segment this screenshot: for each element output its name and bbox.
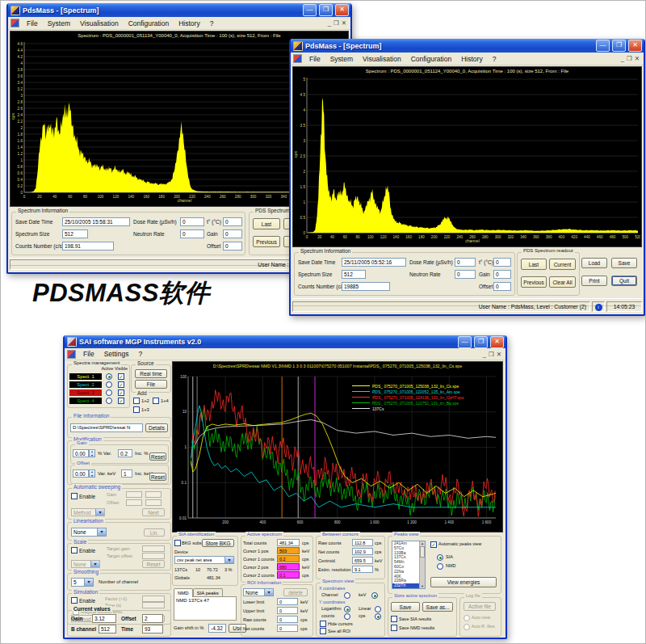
maximize-button[interactable]: ❐ (474, 336, 488, 348)
counts-radio[interactable] (344, 613, 350, 620)
menu-help[interactable]: ? (205, 19, 219, 27)
minimize-button[interactable]: — (596, 40, 610, 52)
gain-inc-field[interactable]: 0.2 (118, 449, 132, 457)
close-button[interactable]: ✕ (335, 4, 349, 16)
menu-history[interactable]: History (174, 19, 204, 27)
offset-field[interactable]: 0 (493, 282, 511, 291)
mdi-restore-icon[interactable]: ❐ (333, 19, 339, 27)
spectrum-1-visible-checkbox[interactable]: ✓ (118, 373, 124, 380)
mdi-restore-icon[interactable]: ❐ (627, 55, 632, 62)
device-mode-dropdown[interactable]: csv peak net area (174, 556, 234, 564)
minimize-button[interactable]: — (458, 336, 472, 348)
spectrum-2-active-radio[interactable] (106, 381, 112, 388)
gain-shift-field[interactable]: -4.32 (208, 624, 226, 633)
menu-file[interactable]: File (22, 19, 43, 27)
hide-cursors-checkbox[interactable] (320, 621, 326, 627)
spectrum-1-active-radio[interactable] (106, 373, 112, 380)
menu-visualisation[interactable]: Visualisation (358, 55, 406, 63)
gain-reset-button[interactable]: Reset (149, 452, 166, 461)
title-bar[interactable]: PdsMass - [Spectrum] — ❐ ✕ (291, 39, 644, 53)
save-date-field[interactable]: 25/11/2005 05:52:16 (342, 258, 406, 267)
see-all-roi-checkbox[interactable] (320, 628, 326, 634)
maximize-button[interactable]: ❐ (612, 40, 626, 52)
menu-system[interactable]: System (43, 19, 75, 27)
roi-upper-field[interactable]: 0 (277, 607, 298, 614)
minimize-button[interactable]: — (303, 4, 317, 16)
sweeping-enable-checkbox[interactable] (71, 493, 78, 499)
details-button[interactable]: Details (145, 423, 168, 432)
spectrum-size-field[interactable]: 512 (342, 270, 366, 279)
logarithm-radio[interactable] (344, 606, 350, 612)
simulation-enable-checkbox[interactable] (71, 597, 78, 604)
save-date-field[interactable]: 25/10/2005 15:58:31 (62, 217, 130, 226)
gain-field[interactable]: 0 (493, 270, 511, 279)
mdi-close-icon[interactable]: ✕ (342, 19, 346, 27)
gain-spinner[interactable]: 0.00 (73, 449, 89, 457)
last-button[interactable]: Last (521, 259, 547, 270)
offset-field[interactable]: 0 (223, 242, 242, 250)
current-button[interactable]: Current (549, 259, 576, 270)
menu-help[interactable]: ? (133, 350, 147, 358)
menu-configuration[interactable]: Configuration (124, 19, 174, 27)
add-1-3-checkbox[interactable] (133, 406, 140, 413)
spectrum-plot[interactable]: 00.511.522.533.544.550204060801001201401… (294, 76, 640, 246)
clear-all-button[interactable]: Clear All (549, 276, 576, 288)
add-1-2-checkbox[interactable] (133, 398, 140, 404)
last-button[interactable]: Last (253, 218, 280, 229)
view-energies-button[interactable]: View energies (430, 577, 497, 587)
previous-button[interactable]: Previous (521, 276, 547, 288)
channel-radio[interactable] (344, 592, 350, 599)
mdi-minimize-icon[interactable]: _ (483, 351, 486, 358)
temp-field[interactable]: 0 (493, 258, 511, 267)
quit-button[interactable]: Quit (611, 276, 637, 286)
roi-dropdown[interactable]: None (243, 588, 274, 596)
offset-spinner[interactable]: 0.00 (73, 469, 89, 478)
menu-file[interactable]: File (78, 350, 99, 358)
roi-lower-field[interactable]: 0 (277, 598, 298, 605)
kev-radio[interactable] (371, 592, 378, 599)
save-button[interactable]: Save (611, 258, 637, 268)
mdi-restore-icon[interactable]: ❐ (489, 351, 494, 358)
mdi-close-icon[interactable]: ✕ (497, 351, 501, 358)
menu-history[interactable]: History (456, 55, 487, 63)
tem​p-field[interactable]: 0 (223, 217, 242, 226)
title-bar[interactable]: PdsMass - [Spectrum] — ❐ ✕ (8, 3, 350, 17)
sia-radio[interactable] (437, 554, 443, 561)
linearisation-dropdown[interactable]: None (71, 528, 107, 537)
real-time-button[interactable]: Real time (135, 369, 167, 378)
menu-configuration[interactable]: Configuration (406, 55, 457, 63)
menu-system[interactable]: System (325, 55, 358, 63)
nmd-radio[interactable] (437, 563, 443, 570)
counts-field[interactable]: 19885 (342, 282, 390, 291)
peaks-listbox[interactable]: 241Am 57Co 133Ba 137Cs 54Mn 60Co 22Na 40… (392, 541, 426, 589)
menu-visualisation[interactable]: Visualisation (75, 19, 124, 27)
spectrum-3-active-radio[interactable] (106, 389, 112, 396)
maximize-button[interactable]: ❐ (319, 4, 333, 16)
menu-file[interactable]: File (304, 55, 325, 63)
menu-help[interactable]: ? (488, 55, 501, 63)
spectrum-2-visible-checkbox[interactable]: ✓ (118, 381, 124, 388)
save-sia-results-checkbox[interactable] (391, 616, 397, 622)
dose-rate-field[interactable]: 0 (455, 258, 476, 267)
spectrum-size-field[interactable]: 512 (62, 229, 88, 238)
save-as-button[interactable]: Save as... (422, 602, 453, 612)
tab-nmd[interactable]: NMD (174, 588, 193, 597)
linear-radio[interactable] (375, 606, 381, 612)
spectrum-4-active-radio[interactable] (106, 398, 112, 404)
dose-rate-field[interactable]: 0 (180, 217, 204, 226)
store-bkg-button[interactable]: Store BKG (202, 539, 234, 547)
offset-inc-field[interactable]: 1 (121, 469, 132, 478)
add-1-4-checkbox[interactable] (153, 398, 159, 404)
menu-settings[interactable]: Settings (99, 350, 134, 358)
mdi-minimize-icon[interactable]: _ (621, 55, 624, 62)
save-spectrum-button[interactable]: Save (391, 602, 420, 612)
previous-button[interactable]: Previous (253, 236, 280, 247)
scale-enable-checkbox[interactable] (71, 547, 78, 554)
bkg-subs-checkbox[interactable] (174, 540, 181, 546)
neutron-rate-field[interactable]: 0 (455, 270, 476, 279)
mdi-minimize-icon[interactable]: _ (328, 19, 331, 27)
automatic-peaks-checkbox[interactable]: ✓ (430, 541, 437, 548)
mdi-close-icon[interactable]: ✕ (635, 55, 640, 62)
save-nmd-results-checkbox[interactable] (391, 625, 397, 631)
title-bar[interactable]: SAI software MGP Instruments v2.0 — ❐ ✕ (65, 335, 505, 348)
